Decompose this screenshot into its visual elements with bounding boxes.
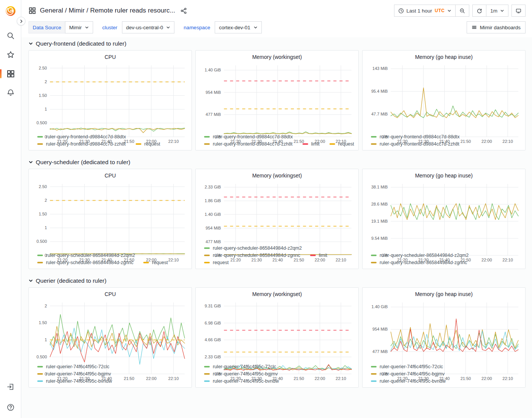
refresh-interval-picker[interactable]: 1m xyxy=(486,5,508,17)
sidebar-item-search[interactable] xyxy=(3,30,18,41)
legend-swatch xyxy=(37,136,43,138)
legend-label: ruler-query-frontend-d9884cc7d-88dtx xyxy=(213,134,293,139)
row-title: Querier (dedicated to ruler) xyxy=(36,277,106,284)
sidebar-item-dashboards[interactable] xyxy=(3,68,18,79)
legend-item[interactable]: ruler-query-scheduler-865844984d-zgnnc xyxy=(37,260,133,265)
legend-item[interactable]: limit xyxy=(302,141,320,147)
legend-item[interactable]: ruler-query-frontend-d9884cc7d-88dtx xyxy=(37,134,126,139)
legend-item[interactable]: ruler-query-frontend-d9884cc7d-88dtx xyxy=(204,134,293,139)
time-series-chart[interactable]: 0 B2.33 GiB4.66 GiB6.98 GiB9.31 GiB21:20… xyxy=(200,299,355,363)
time-series-chart[interactable]: 00.50011.5022.5021:2021:3021:4021:5022:0… xyxy=(33,62,188,133)
svg-text:2.50: 2.50 xyxy=(39,66,47,70)
sidebar-item-help[interactable] xyxy=(3,402,18,413)
sidebar-expand-button[interactable] xyxy=(17,17,25,25)
legend-swatch xyxy=(204,143,210,145)
chevron-down-icon xyxy=(500,9,504,13)
legend-item[interactable]: ruler-querier-74f6c4f95c-72clc xyxy=(204,364,276,369)
svg-text:9.31 GiB: 9.31 GiB xyxy=(205,304,221,308)
chart-legend: ruler-query-scheduler-865844984d-z2qm2ru… xyxy=(366,253,521,265)
legend-item[interactable]: ruler-querier-74f6c4f95c-72clc xyxy=(371,364,443,369)
panel-title[interactable]: Memory (go heap inuse) xyxy=(366,52,521,62)
svg-text:0.500: 0.500 xyxy=(36,239,47,244)
panel-title[interactable]: Memory (go heap inuse) xyxy=(366,290,521,299)
variable-value-namespace[interactable]: cortex-dev-01 xyxy=(215,21,262,33)
legend-item[interactable]: ruler-query-scheduler-865844984d-zgnnc xyxy=(204,253,300,258)
legend-item[interactable]: ruler-query-frontend-d9884cc7d-zzh8t xyxy=(204,141,293,147)
panel-query-scheduler-cpu: CPU 00.50011.5022.5021:2021:3021:4021:50… xyxy=(28,169,192,269)
legend-item[interactable]: ruler-query-frontend-d9884cc7d-zzh8t xyxy=(371,141,459,147)
share-icon[interactable] xyxy=(180,8,187,14)
chevron-down-icon xyxy=(28,279,33,283)
row-header-query-scheduler[interactable]: Query-scheduler (dedicated to ruler) xyxy=(28,157,526,168)
legend-item[interactable]: ruler-query-scheduler-865844984d-zgnnc xyxy=(371,260,467,265)
kiosk-mode-button[interactable] xyxy=(511,5,526,17)
legend-item[interactable]: ruler-querier-74f6c4f95c-72clc xyxy=(37,364,109,369)
time-series-chart[interactable]: 0 B477 MiB954 MiB1.40 GiB21:2021:3021:40… xyxy=(200,62,355,133)
legend-item[interactable]: ruler-querier-74f6c4f95c-bgjmv xyxy=(37,371,111,377)
mimir-dashboards-button[interactable]: Mimir dashboards xyxy=(467,21,526,33)
time-series-chart[interactable]: 0 B9.54 MiB19.1 MiB28.6 MiB38.1 MiB21:20… xyxy=(366,180,521,251)
sidebar-item-alerting[interactable] xyxy=(3,87,18,98)
legend-label: ruler-query-scheduler-865844984d-z2qm2 xyxy=(213,245,302,251)
panel-title[interactable]: CPU xyxy=(33,290,188,299)
variable-label-cluster[interactable]: cluster xyxy=(98,21,122,33)
legend-swatch xyxy=(204,366,210,367)
legend-item[interactable]: ruler-query-scheduler-865844984d-z2qm2 xyxy=(371,253,469,258)
legend-item[interactable]: ruler-querier-74f6c4f95c-bvndw xyxy=(37,378,112,384)
legend-item[interactable]: ruler-querier-74f6c4f95c-bvndw xyxy=(371,378,446,384)
variable-label-namespace[interactable]: namespace xyxy=(180,21,215,33)
breadcrumb[interactable]: General / Mimir / Remote ruler reads res… xyxy=(40,7,175,14)
panel-title[interactable]: Memory (go heap inuse) xyxy=(366,171,521,180)
menu-icon xyxy=(472,25,477,30)
time-series-chart[interactable]: 00.50011.5022.5021:2021:3021:4021:5022:0… xyxy=(33,180,188,251)
zoom-out-icon xyxy=(459,8,465,14)
time-range-picker[interactable]: Last 1 hour UTC xyxy=(394,5,456,17)
sign-out-icon xyxy=(6,383,15,391)
svg-text:477 MiB: 477 MiB xyxy=(206,112,221,117)
legend-item[interactable]: ruler-query-frontend-d9884cc7d-zzh8t xyxy=(37,141,126,147)
legend-item[interactable]: request xyxy=(136,141,160,147)
variable-label-datasource[interactable]: Data Source xyxy=(28,21,65,33)
legend-item[interactable]: ruler-querier-74f6c4f95c-bvndw xyxy=(204,378,279,384)
panel-querier-memory-workingset: Memory (workingset) 0 B2.33 GiB4.66 GiB6… xyxy=(195,287,359,388)
legend-item[interactable]: ruler-query-scheduler-865844984d-z2qm2 xyxy=(204,245,302,251)
chart-legend: ruler-query-frontend-d9884cc7d-88dtxrule… xyxy=(33,134,188,147)
svg-text:143 MiB: 143 MiB xyxy=(372,66,388,71)
legend-label: ruler-query-frontend-d9884cc7d-zzh8t xyxy=(46,141,126,147)
legend-item[interactable]: ruler-querier-74f6c4f95c-bgjmv xyxy=(371,371,445,377)
time-series-chart[interactable]: 0 B47.7 MiB95.4 MiB143 MiB21:2021:3021:4… xyxy=(366,62,521,133)
legend-item[interactable]: ruler-querier-74f6c4f95c-bgjmv xyxy=(204,371,278,377)
legend-item[interactable]: request xyxy=(329,141,354,147)
legend-label: ruler-query-scheduler-865844984d-zgnnc xyxy=(380,260,467,265)
legend-item[interactable]: ruler-query-scheduler-865844984d-z2qm2 xyxy=(37,253,135,258)
panel-query-scheduler-memory-heap: Memory (go heap inuse) 0 B9.54 MiB19.1 M… xyxy=(362,169,526,269)
svg-text:954 MiB: 954 MiB xyxy=(206,90,221,95)
row-header-query-frontend[interactable]: Query-frontend (dedicated to ruler) xyxy=(28,38,526,49)
variable-value-cluster[interactable]: dev-us-central-0 xyxy=(122,21,175,33)
panel-title[interactable]: CPU xyxy=(33,171,188,180)
legend-item[interactable]: ruler-query-frontend-d9884cc7d-88dtx xyxy=(371,134,460,139)
row-title: Query-frontend (dedicated to ruler) xyxy=(36,40,127,47)
sidebar-item-starred[interactable] xyxy=(3,49,18,60)
chart-legend: ruler-querier-74f6c4f95c-72clcruler-quer… xyxy=(33,364,188,384)
time-series-chart[interactable]: 0 B477 MiB954 MiB1.40 GiB21:2021:3021:40… xyxy=(366,299,521,363)
row-header-querier[interactable]: Querier (dedicated to ruler) xyxy=(28,275,526,287)
legend-item[interactable]: request xyxy=(204,260,229,265)
panel-title[interactable]: Memory (workingset) xyxy=(200,171,355,180)
panel-querier-cpu: CPU 00.50011.50221:2021:3021:4021:5022:0… xyxy=(28,287,192,388)
time-series-chart[interactable]: 0 B477 MiB954 MiB1.40 GiB1.86 GiB2.33 Gi… xyxy=(200,180,355,244)
panel-title[interactable]: Memory (workingset) xyxy=(200,52,355,62)
zoom-out-button[interactable] xyxy=(456,5,469,17)
panel-title[interactable]: Memory (workingset) xyxy=(200,290,355,299)
refresh-button[interactable] xyxy=(472,5,486,17)
panel-title[interactable]: CPU xyxy=(33,52,188,62)
sidebar-item-sign-in[interactable] xyxy=(3,382,18,392)
timezone-label: UTC xyxy=(435,8,445,13)
grafana-logo[interactable] xyxy=(5,5,16,17)
legend-label: request xyxy=(213,260,229,265)
legend-item[interactable]: limit xyxy=(310,253,327,258)
legend-label: ruler-querier-74f6c4f95c-72clc xyxy=(46,364,109,369)
legend-item[interactable]: request xyxy=(143,260,168,265)
variable-value-datasource[interactable]: Mimir xyxy=(65,21,93,33)
time-series-chart[interactable]: 00.50011.50221:2021:3021:4021:5022:0022:… xyxy=(33,299,188,363)
